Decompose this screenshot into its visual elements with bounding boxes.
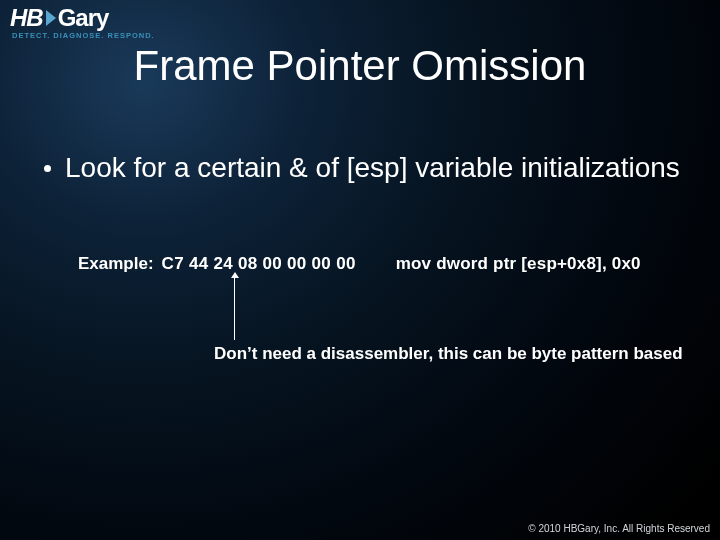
logo-triangle-icon — [46, 10, 56, 26]
logo: HB Gary DETECT. DIAGNOSE. RESPOND. — [10, 6, 155, 40]
logo-hb-text: HB — [10, 6, 43, 30]
logo-tagline: DETECT. DIAGNOSE. RESPOND. — [12, 32, 155, 40]
example-bytes: C7 44 24 08 00 00 00 00 — [162, 254, 356, 274]
copyright: © 2010 HBGary, Inc. All Rights Reserved — [528, 523, 710, 534]
slide-title: Frame Pointer Omission — [0, 42, 720, 90]
example-asm: mov dword ptr [esp+0x8], 0x0 — [396, 254, 641, 274]
example-label: Example: — [78, 254, 154, 274]
bullet-item: Look for a certain & of [esp] variable i… — [44, 150, 680, 185]
logo-wordmark: HB Gary — [10, 6, 155, 30]
example-row: Example: C7 44 24 08 00 00 00 00 mov dwo… — [78, 254, 641, 274]
slide: HB Gary DETECT. DIAGNOSE. RESPOND. Frame… — [0, 0, 720, 540]
pointer-line — [234, 275, 235, 340]
bullet-text: Look for a certain & of [esp] variable i… — [65, 150, 680, 185]
note-text: Don’t need a disassembler, this can be b… — [214, 344, 683, 364]
bullet-dot-icon — [44, 165, 51, 172]
logo-gary-text: Gary — [58, 6, 109, 30]
